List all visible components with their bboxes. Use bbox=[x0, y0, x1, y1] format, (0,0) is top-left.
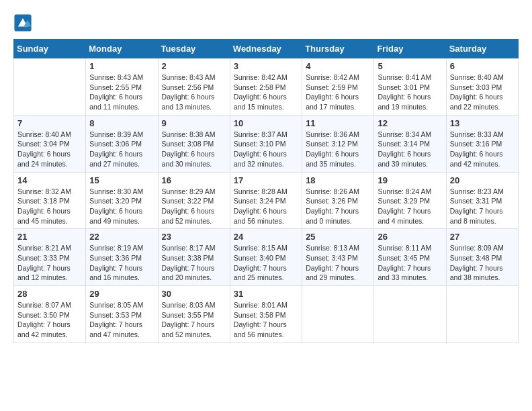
day-info: Sunrise: 8:40 AM Sunset: 3:03 PM Dayligh… bbox=[450, 73, 515, 112]
calendar-day-cell bbox=[446, 286, 518, 343]
day-number: 16 bbox=[162, 175, 226, 185]
calendar-day-cell bbox=[302, 286, 374, 343]
calendar-day-cell: 11Sunrise: 8:36 AM Sunset: 3:12 PM Dayli… bbox=[302, 115, 374, 172]
day-number: 18 bbox=[306, 175, 370, 185]
day-number: 11 bbox=[306, 118, 370, 128]
calendar-day-cell: 12Sunrise: 8:34 AM Sunset: 3:14 PM Dayli… bbox=[374, 115, 446, 172]
calendar-day-cell: 15Sunrise: 8:30 AM Sunset: 3:20 PM Dayli… bbox=[86, 172, 158, 229]
day-info: Sunrise: 8:42 AM Sunset: 2:59 PM Dayligh… bbox=[306, 73, 370, 112]
calendar-day-cell: 1Sunrise: 8:43 AM Sunset: 2:55 PM Daylig… bbox=[86, 58, 158, 116]
calendar-day-cell: 17Sunrise: 8:28 AM Sunset: 3:24 PM Dayli… bbox=[230, 172, 302, 229]
day-info: Sunrise: 8:32 AM Sunset: 3:18 PM Dayligh… bbox=[17, 187, 82, 226]
calendar-day-cell: 18Sunrise: 8:26 AM Sunset: 3:26 PM Dayli… bbox=[302, 172, 374, 229]
day-info: Sunrise: 8:29 AM Sunset: 3:22 PM Dayligh… bbox=[162, 187, 226, 226]
day-number: 10 bbox=[234, 118, 298, 128]
day-number: 30 bbox=[162, 289, 226, 299]
calendar-week-row: 21Sunrise: 8:21 AM Sunset: 3:33 PM Dayli… bbox=[14, 229, 519, 286]
weekday-header-cell: Monday bbox=[86, 40, 158, 58]
day-number: 15 bbox=[89, 175, 154, 185]
page-header bbox=[13, 13, 519, 32]
calendar-day-cell: 19Sunrise: 8:24 AM Sunset: 3:29 PM Dayli… bbox=[374, 172, 446, 229]
calendar-day-cell: 9Sunrise: 8:38 AM Sunset: 3:08 PM Daylig… bbox=[158, 115, 230, 172]
logo bbox=[13, 13, 35, 32]
day-info: Sunrise: 8:28 AM Sunset: 3:24 PM Dayligh… bbox=[234, 187, 298, 226]
day-number: 28 bbox=[17, 289, 82, 299]
calendar-day-cell bbox=[374, 286, 446, 343]
calendar-day-cell: 22Sunrise: 8:19 AM Sunset: 3:36 PM Dayli… bbox=[86, 229, 158, 286]
day-number: 26 bbox=[378, 232, 442, 242]
day-info: Sunrise: 8:17 AM Sunset: 3:38 PM Dayligh… bbox=[162, 243, 226, 283]
day-number: 17 bbox=[234, 175, 298, 185]
calendar-day-cell: 25Sunrise: 8:13 AM Sunset: 3:43 PM Dayli… bbox=[302, 229, 374, 286]
day-info: Sunrise: 8:24 AM Sunset: 3:29 PM Dayligh… bbox=[378, 187, 442, 226]
calendar-day-cell: 16Sunrise: 8:29 AM Sunset: 3:22 PM Dayli… bbox=[158, 172, 230, 229]
calendar-day-cell bbox=[14, 58, 86, 116]
calendar-day-cell: 27Sunrise: 8:09 AM Sunset: 3:48 PM Dayli… bbox=[446, 229, 518, 286]
day-number: 3 bbox=[234, 61, 298, 71]
day-number: 8 bbox=[89, 118, 154, 128]
day-info: Sunrise: 8:13 AM Sunset: 3:43 PM Dayligh… bbox=[306, 243, 370, 283]
calendar-day-cell: 5Sunrise: 8:41 AM Sunset: 3:01 PM Daylig… bbox=[374, 58, 446, 116]
day-number: 7 bbox=[17, 118, 82, 128]
calendar-day-cell: 14Sunrise: 8:32 AM Sunset: 3:18 PM Dayli… bbox=[14, 172, 86, 229]
calendar-week-row: 28Sunrise: 8:07 AM Sunset: 3:50 PM Dayli… bbox=[14, 286, 519, 343]
day-info: Sunrise: 8:34 AM Sunset: 3:14 PM Dayligh… bbox=[378, 130, 442, 169]
day-number: 12 bbox=[378, 118, 442, 128]
day-number: 24 bbox=[234, 232, 298, 242]
calendar-day-cell: 26Sunrise: 8:11 AM Sunset: 3:45 PM Dayli… bbox=[374, 229, 446, 286]
day-info: Sunrise: 8:38 AM Sunset: 3:08 PM Dayligh… bbox=[162, 130, 226, 169]
calendar-day-cell: 31Sunrise: 8:01 AM Sunset: 3:58 PM Dayli… bbox=[230, 286, 302, 343]
day-number: 19 bbox=[378, 175, 442, 185]
day-number: 4 bbox=[306, 61, 370, 71]
day-number: 13 bbox=[450, 118, 515, 128]
day-number: 27 bbox=[450, 232, 515, 242]
calendar-day-cell: 3Sunrise: 8:42 AM Sunset: 2:58 PM Daylig… bbox=[230, 58, 302, 116]
day-number: 9 bbox=[162, 118, 226, 128]
day-info: Sunrise: 8:37 AM Sunset: 3:10 PM Dayligh… bbox=[234, 130, 298, 169]
calendar-week-row: 14Sunrise: 8:32 AM Sunset: 3:18 PM Dayli… bbox=[14, 172, 519, 229]
day-info: Sunrise: 8:36 AM Sunset: 3:12 PM Dayligh… bbox=[306, 130, 370, 169]
day-info: Sunrise: 8:26 AM Sunset: 3:26 PM Dayligh… bbox=[306, 187, 370, 226]
calendar-day-cell: 30Sunrise: 8:03 AM Sunset: 3:55 PM Dayli… bbox=[158, 286, 230, 343]
day-number: 6 bbox=[450, 61, 515, 71]
day-info: Sunrise: 8:33 AM Sunset: 3:16 PM Dayligh… bbox=[450, 130, 515, 169]
calendar-day-cell: 7Sunrise: 8:40 AM Sunset: 3:04 PM Daylig… bbox=[14, 115, 86, 172]
day-info: Sunrise: 8:41 AM Sunset: 3:01 PM Dayligh… bbox=[378, 73, 442, 112]
weekday-header-cell: Tuesday bbox=[158, 40, 230, 58]
day-number: 14 bbox=[17, 175, 82, 185]
calendar-day-cell: 10Sunrise: 8:37 AM Sunset: 3:10 PM Dayli… bbox=[230, 115, 302, 172]
calendar-day-cell: 29Sunrise: 8:05 AM Sunset: 3:53 PM Dayli… bbox=[86, 286, 158, 343]
day-info: Sunrise: 8:03 AM Sunset: 3:55 PM Dayligh… bbox=[162, 300, 226, 340]
weekday-header-cell: Sunday bbox=[14, 40, 86, 58]
day-info: Sunrise: 8:21 AM Sunset: 3:33 PM Dayligh… bbox=[17, 243, 82, 283]
calendar-day-cell: 6Sunrise: 8:40 AM Sunset: 3:03 PM Daylig… bbox=[446, 58, 518, 116]
day-info: Sunrise: 8:39 AM Sunset: 3:06 PM Dayligh… bbox=[89, 130, 154, 169]
weekday-header-row: SundayMondayTuesdayWednesdayThursdayFrid… bbox=[14, 40, 519, 58]
day-info: Sunrise: 8:05 AM Sunset: 3:53 PM Dayligh… bbox=[89, 300, 154, 340]
weekday-header-cell: Wednesday bbox=[230, 40, 302, 58]
day-info: Sunrise: 8:30 AM Sunset: 3:20 PM Dayligh… bbox=[89, 187, 154, 226]
day-info: Sunrise: 8:23 AM Sunset: 3:31 PM Dayligh… bbox=[450, 187, 515, 226]
day-number: 2 bbox=[162, 61, 226, 71]
calendar-day-cell: 13Sunrise: 8:33 AM Sunset: 3:16 PM Dayli… bbox=[446, 115, 518, 172]
day-info: Sunrise: 8:42 AM Sunset: 2:58 PM Dayligh… bbox=[234, 73, 298, 112]
day-number: 29 bbox=[89, 289, 154, 299]
day-info: Sunrise: 8:15 AM Sunset: 3:40 PM Dayligh… bbox=[234, 243, 298, 283]
day-info: Sunrise: 8:09 AM Sunset: 3:48 PM Dayligh… bbox=[450, 243, 515, 283]
calendar-day-cell: 2Sunrise: 8:43 AM Sunset: 2:56 PM Daylig… bbox=[158, 58, 230, 116]
calendar-day-cell: 4Sunrise: 8:42 AM Sunset: 2:59 PM Daylig… bbox=[302, 58, 374, 116]
calendar-week-row: 7Sunrise: 8:40 AM Sunset: 3:04 PM Daylig… bbox=[14, 115, 519, 172]
day-info: Sunrise: 8:43 AM Sunset: 2:55 PM Dayligh… bbox=[89, 73, 154, 112]
calendar-day-cell: 8Sunrise: 8:39 AM Sunset: 3:06 PM Daylig… bbox=[86, 115, 158, 172]
calendar-table: SundayMondayTuesdayWednesdayThursdayFrid… bbox=[13, 39, 519, 343]
day-info: Sunrise: 8:19 AM Sunset: 3:36 PM Dayligh… bbox=[89, 243, 154, 283]
day-number: 21 bbox=[17, 232, 82, 242]
day-number: 5 bbox=[378, 61, 442, 71]
day-info: Sunrise: 8:43 AM Sunset: 2:56 PM Dayligh… bbox=[162, 73, 226, 112]
logo-icon bbox=[13, 13, 32, 32]
weekday-header-cell: Friday bbox=[374, 40, 446, 58]
calendar-week-row: 1Sunrise: 8:43 AM Sunset: 2:55 PM Daylig… bbox=[14, 58, 519, 116]
calendar-day-cell: 21Sunrise: 8:21 AM Sunset: 3:33 PM Dayli… bbox=[14, 229, 86, 286]
day-number: 31 bbox=[234, 289, 298, 299]
day-number: 22 bbox=[89, 232, 154, 242]
